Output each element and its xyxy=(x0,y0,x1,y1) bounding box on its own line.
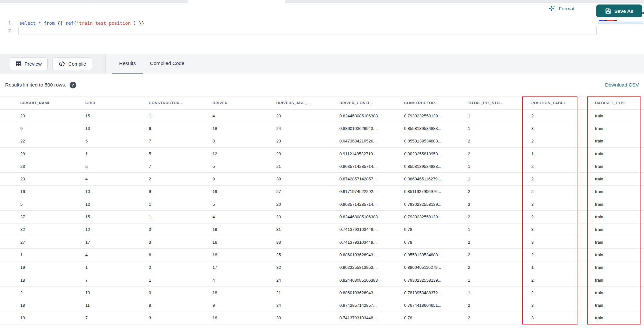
table-cell: 21 xyxy=(276,290,339,295)
table-cell: 0.824468085106383 xyxy=(339,278,404,283)
save-as-button[interactable]: Save As xyxy=(596,5,642,18)
table-cell: 7 xyxy=(85,315,149,320)
table-cell: 5 xyxy=(85,139,149,143)
table-cell: 23 xyxy=(20,177,85,181)
table-cell: 1 xyxy=(149,214,213,219)
table-cell: 8 xyxy=(149,303,213,308)
table-cell: 33 xyxy=(276,240,339,245)
table-cell: 0.8035714285714... xyxy=(339,164,404,169)
table-cell: 2 xyxy=(468,151,531,156)
sql-editor-panel[interactable]: Format Save As 1 2 select * from {{ ref(… xyxy=(0,3,644,54)
table-cell: 5 xyxy=(20,202,85,207)
table-cell: 7 xyxy=(149,164,213,169)
code-line-1-content[interactable]: select * from {{ ref('train_test_positio… xyxy=(19,20,144,27)
table-cell: 17 xyxy=(213,265,276,270)
table-cell: train xyxy=(595,139,644,143)
table-row: 2717316330.7413793103448...0.7823train xyxy=(0,236,644,249)
table-cell: train xyxy=(595,189,644,194)
table-cell: train xyxy=(595,114,644,118)
table-cell: 0.8558139534883... xyxy=(404,164,468,169)
column-header: CIRCUIT_NAME xyxy=(20,101,85,105)
table-cell: 29 xyxy=(276,151,339,156)
table-cell: 0.9473684210526... xyxy=(339,139,404,143)
table-cell: 0 xyxy=(213,139,276,143)
table-cell: 2 xyxy=(468,214,531,219)
table-cell: 9 xyxy=(213,177,276,181)
editor-minimap[interactable] xyxy=(598,17,643,39)
table-cell: 15 xyxy=(85,114,149,118)
table-cell: 0.9112149532710... xyxy=(339,151,404,156)
table-cell: 0.8511627906976... xyxy=(404,189,468,194)
column-header: TOTAL_PIT_STO... xyxy=(468,101,531,105)
table-cell: 0.78 xyxy=(404,240,468,245)
table-cell: 31 xyxy=(276,227,339,232)
table-cell: 2 xyxy=(468,265,531,270)
table-cell: 3 xyxy=(149,315,213,320)
table-cell: 18 xyxy=(213,252,276,257)
code-icon xyxy=(59,61,65,66)
download-csv-link[interactable]: Download CSV xyxy=(605,82,639,88)
query-actions: Preview Compile xyxy=(0,54,106,74)
table-cell: 1 xyxy=(468,290,531,295)
table-row: 23575210.8035714285714...0.8558139534883… xyxy=(0,160,644,173)
table-cell: 27 xyxy=(20,214,85,219)
table-cell: 15 xyxy=(85,214,149,219)
help-icon[interactable]: ? xyxy=(70,82,76,88)
table-cell: 23 xyxy=(276,139,339,143)
table-cell: 18 xyxy=(20,278,85,283)
table-cell: 12 xyxy=(85,202,149,207)
table-cell: 0.8860103626943... xyxy=(339,252,404,257)
table-cell: train xyxy=(595,177,644,181)
table-cell: 1 xyxy=(468,227,531,232)
tab-compiled-code[interactable]: Compiled Code xyxy=(143,54,192,74)
table-cell: 0.8860465116279... xyxy=(404,265,468,270)
table-cell: 10 xyxy=(85,189,149,194)
table-cell: 2 xyxy=(531,139,595,143)
table-cell: 24 xyxy=(276,278,339,283)
table-cell: 21 xyxy=(276,164,339,169)
table-cell: 4 xyxy=(213,278,276,283)
format-label: Format xyxy=(559,6,574,12)
table-cell: 2 xyxy=(531,252,595,257)
table-cell: 13 xyxy=(85,126,149,131)
compile-button[interactable]: Compile xyxy=(52,57,92,70)
table-cell: 2 xyxy=(531,164,595,169)
table-cell: 5 xyxy=(213,202,276,207)
format-button[interactable]: Format xyxy=(549,5,574,12)
table-cell: 9 xyxy=(20,126,85,131)
tab-results[interactable]: Results xyxy=(112,54,143,74)
cursor-line-box[interactable] xyxy=(18,27,597,34)
table-cell: 0.7413793103448... xyxy=(339,240,404,245)
table-cell: 0.7413793103448... xyxy=(339,315,404,320)
table-row: 181189340.8742857142857...0.767441860465… xyxy=(0,299,644,312)
table-cell: 25 xyxy=(276,252,339,257)
table-row: 271514230.8244680851063830.7930232558139… xyxy=(0,211,644,223)
table-cell: train xyxy=(595,164,644,169)
table-row: 1610919270.9171974522292...0.85116279069… xyxy=(0,186,644,198)
table-row: 18714240.8244680851063830.7930232558139.… xyxy=(0,274,644,287)
table-cell: 3 xyxy=(468,202,531,207)
table-cell: 3 xyxy=(531,126,595,131)
table-cell: 32 xyxy=(20,227,85,232)
sparkles-icon xyxy=(549,5,556,12)
editor-scrollbar-thumb[interactable] xyxy=(642,12,644,14)
table-cell: 3 xyxy=(149,227,213,232)
column-header: DATASET_TYPE xyxy=(595,101,644,105)
save-icon xyxy=(605,8,611,14)
table-cell: 0.7813953488372... xyxy=(404,290,468,295)
table-cell: 0.8558139534883... xyxy=(404,252,468,257)
table-cell: 0.7930232558139... xyxy=(404,114,468,118)
active-file-tab[interactable] xyxy=(188,0,285,3)
table-cell: 4 xyxy=(85,252,149,257)
table-cell: 0.8860103626943... xyxy=(339,290,404,295)
table-cell: train xyxy=(595,151,644,156)
table-cell: 0.8742857142857... xyxy=(339,177,404,181)
table-body: 231514230.8244680851063830.7930232558139… xyxy=(0,110,644,324)
table-cell: train xyxy=(595,265,644,270)
preview-button[interactable]: Preview xyxy=(10,57,48,70)
table-cell: 2 xyxy=(468,303,531,308)
table-cell: 13 xyxy=(85,290,149,295)
table-cell: 2 xyxy=(149,265,213,270)
table-cell: 0.9023255813953... xyxy=(404,151,468,156)
table-row: 51215200.8035714285714...0.7930232558139… xyxy=(0,198,644,211)
